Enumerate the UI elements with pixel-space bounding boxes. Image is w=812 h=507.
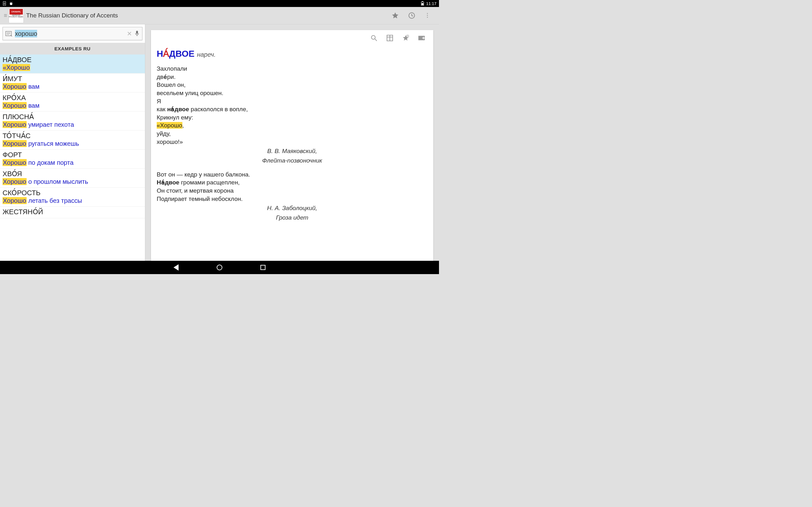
- clear-search-button[interactable]: [127, 31, 132, 36]
- quote-highlight: «Хорошо: [157, 122, 183, 129]
- svg-point-11: [371, 36, 375, 39]
- svg-rect-7: [427, 15, 428, 16]
- article-panel: НА́ДВОЕ нареч. Захлопалидве́ри.Вошел он,…: [145, 24, 439, 261]
- result-example: Хорошо ругаться можешь: [3, 140, 142, 147]
- history-button[interactable]: [408, 12, 415, 19]
- results-panel: хорошо EXAMPLES RU НА́ДВОЕ«ХорошоИ́МУТХо…: [0, 24, 145, 261]
- result-headword: КРО́ХА: [3, 94, 142, 102]
- result-headword: ТО́ТЧА́С: [3, 132, 142, 140]
- svg-rect-16: [422, 38, 425, 38]
- article-toolbar: [370, 35, 426, 42]
- app-header: ≡ СЛОВАРЬ УДАРЕНИЙ РУССКОГО ЯЗЫКА The Ru…: [0, 7, 439, 24]
- citation-work: Гроза идет: [157, 214, 427, 222]
- view-mode-button[interactable]: [386, 35, 393, 42]
- section-header: EXAMPLES RU: [0, 43, 145, 55]
- android-nav-bar: [0, 261, 439, 274]
- result-example: Хорошо летать без трассы: [3, 197, 142, 205]
- search-box[interactable]: хорошо: [3, 27, 142, 40]
- svg-rect-4: [421, 3, 423, 5]
- result-item[interactable]: ЖЕСТЯНО́Й: [0, 207, 145, 218]
- android-status-bar: 11:17: [0, 0, 439, 7]
- result-headword: НА́ДВОЕ: [3, 56, 142, 64]
- add-card-button[interactable]: [418, 35, 426, 41]
- result-example: Хорошо по докам порта: [3, 159, 142, 166]
- result-headword: ПЛЮСНА́: [3, 113, 142, 121]
- result-headword: ФОРТ: [3, 151, 142, 159]
- favorites-button[interactable]: [392, 12, 399, 19]
- result-headword: И́МУТ: [3, 75, 142, 83]
- article-body: Захлопалидве́ри.Вошел он,весельем улиц о…: [157, 65, 427, 222]
- result-headword: СКО́РОСТЬ: [3, 189, 142, 197]
- add-favorite-button[interactable]: [402, 35, 409, 42]
- svg-rect-8: [427, 17, 428, 18]
- back-button[interactable]: [173, 264, 179, 271]
- result-example: Хорошо умирает пехота: [3, 121, 142, 128]
- search-input[interactable]: хорошо: [15, 30, 124, 38]
- svg-rect-3: [422, 1, 423, 2]
- result-example: Хорошо о прошлом мыслить: [3, 178, 142, 185]
- result-item[interactable]: ХВО́ЯХорошо о прошлом мыслить: [0, 169, 145, 187]
- result-item[interactable]: ПЛЮСНА́Хорошо умирает пехота: [0, 112, 145, 130]
- app-logo[interactable]: СЛОВАРЬ УДАРЕНИЙ РУССКОГО ЯЗЫКА: [9, 8, 24, 23]
- svg-point-1: [10, 3, 12, 5]
- result-example: Хорошо вам: [3, 83, 142, 90]
- results-list[interactable]: НА́ДВОЕ«ХорошоИ́МУТХорошо вамКРО́ХАХорош…: [0, 55, 145, 261]
- svg-rect-6: [427, 13, 428, 14]
- result-headword: ЖЕСТЯНО́Й: [3, 208, 142, 216]
- app-title: The Russian Dictionary of Accents: [26, 12, 392, 19]
- part-of-speech: нареч.: [197, 51, 216, 58]
- citation-author: В. В. Маяковский,: [157, 147, 427, 155]
- result-item[interactable]: И́МУТХорошо вам: [0, 73, 145, 93]
- result-example: Хорошо вам: [3, 102, 142, 109]
- battery-icon: [421, 1, 424, 6]
- find-in-article-button[interactable]: [370, 35, 377, 42]
- status-time: 11:17: [426, 1, 437, 6]
- result-item[interactable]: НА́ДВОЕ«Хорошо: [0, 55, 145, 73]
- download-indicator-icon: [3, 1, 6, 6]
- result-item[interactable]: ТО́ТЧА́СХорошо ругаться можешь: [0, 130, 145, 150]
- voice-search-button[interactable]: [135, 31, 140, 37]
- result-item[interactable]: КРО́ХАХорошо вам: [0, 93, 145, 112]
- dictionary-select-icon[interactable]: [5, 31, 12, 37]
- result-item[interactable]: ФОРТХорошо по докам порта: [0, 150, 145, 169]
- citation-author: Н. А. Заболоцкий,: [157, 204, 427, 212]
- home-button[interactable]: [217, 265, 222, 270]
- recents-button[interactable]: [260, 265, 265, 270]
- headword: НА́ДВОЕ нареч.: [157, 49, 427, 59]
- android-debug-icon: [9, 1, 13, 6]
- svg-rect-10: [136, 31, 138, 34]
- result-headword: ХВО́Я: [3, 170, 142, 178]
- overflow-menu-button[interactable]: [424, 12, 431, 19]
- result-item[interactable]: СКО́РОСТЬХорошо летать без трассы: [0, 187, 145, 207]
- drawer-hint-icon[interactable]: ≡: [4, 12, 7, 19]
- article-card: НА́ДВОЕ нареч. Захлопалидве́ри.Вошел он,…: [151, 30, 433, 261]
- citation-work: Флейта-позвоночник: [157, 157, 427, 165]
- result-example: «Хорошо: [3, 64, 142, 71]
